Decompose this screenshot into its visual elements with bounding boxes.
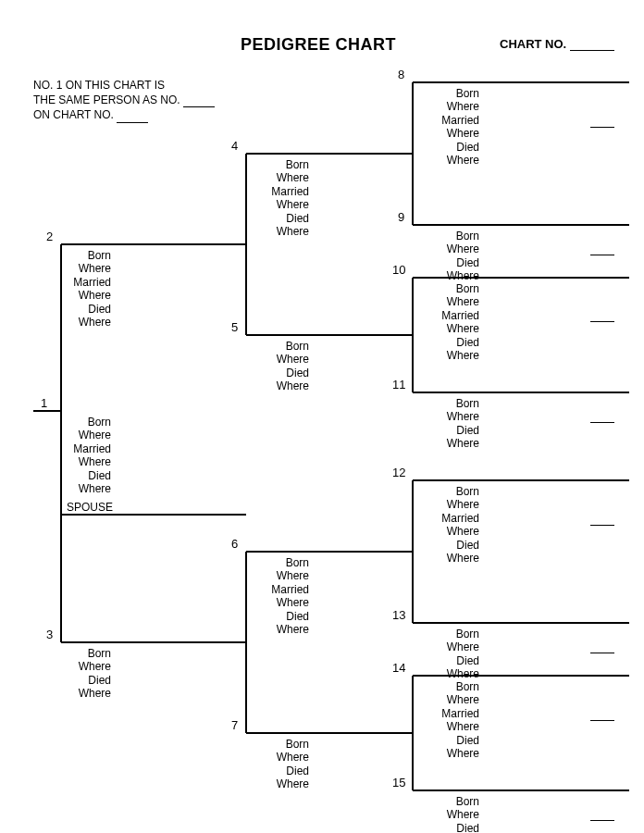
individual-13-fields[interactable]: Born Where Died Where — [418, 628, 479, 681]
continuation-dash-11 — [590, 422, 614, 423]
individual-6-number: 6 — [231, 537, 238, 551]
individual-5-fields[interactable]: Born Where Died Where — [248, 340, 309, 393]
individual-3-number: 3 — [46, 628, 53, 641]
individual-12-number: 12 — [392, 466, 405, 479]
individual-15-number: 15 — [392, 776, 405, 789]
individual-1-fields[interactable]: Born Where Married Where Died Where — [50, 416, 111, 495]
individual-4-fields[interactable]: Born Where Married Where Died Where — [248, 158, 309, 238]
individual-1-number: 1 — [41, 396, 47, 410]
continuation-dash-10 — [590, 321, 614, 322]
individual-15-fields[interactable]: Born Where Died Where — [418, 795, 479, 833]
continuation-dash-12 — [590, 525, 614, 526]
individual-13-number: 13 — [392, 608, 405, 622]
individual-7-fields[interactable]: Born Where Died Where — [248, 738, 309, 791]
individual-5-number: 5 — [231, 320, 238, 334]
individual-10-fields[interactable]: Born Where Married Where Died Where — [418, 282, 479, 362]
spouse-label: SPOUSE — [67, 501, 113, 514]
individual-4-number: 4 — [231, 139, 238, 153]
continuation-dash-14 — [590, 720, 614, 721]
individual-6-fields[interactable]: Born Where Married Where Died Where — [248, 556, 309, 636]
individual-11-number: 11 — [392, 378, 405, 392]
individual-7-number: 7 — [231, 718, 238, 732]
individual-8-fields[interactable]: Born Where Married Where Died Where — [418, 87, 479, 167]
individual-3-fields[interactable]: Born Where Died Where — [50, 647, 111, 701]
continuation-dash-15 — [590, 820, 614, 821]
individual-2-number: 2 — [46, 230, 53, 243]
individual-10-number: 10 — [392, 263, 405, 277]
continuation-dash-8 — [590, 127, 614, 128]
individual-9-fields[interactable]: Born Where Died Where — [418, 230, 479, 283]
individual-2-fields[interactable]: Born Where Married Where Died Where — [50, 249, 111, 329]
pedigree-chart-page: PEDIGREE CHART CHART NO. NO. 1 ON THIS C… — [0, 0, 644, 833]
individual-11-fields[interactable]: Born Where Died Where — [418, 397, 479, 451]
individual-12-fields[interactable]: Born Where Married Where Died Where — [418, 485, 479, 565]
continuation-dash-9 — [590, 255, 614, 255]
individual-8-number: 8 — [398, 68, 404, 81]
individual-9-number: 9 — [398, 210, 404, 224]
continuation-dash-13 — [590, 653, 614, 653]
individual-14-number: 14 — [392, 661, 405, 675]
individual-14-fields[interactable]: Born Where Married Where Died Where — [418, 680, 479, 760]
